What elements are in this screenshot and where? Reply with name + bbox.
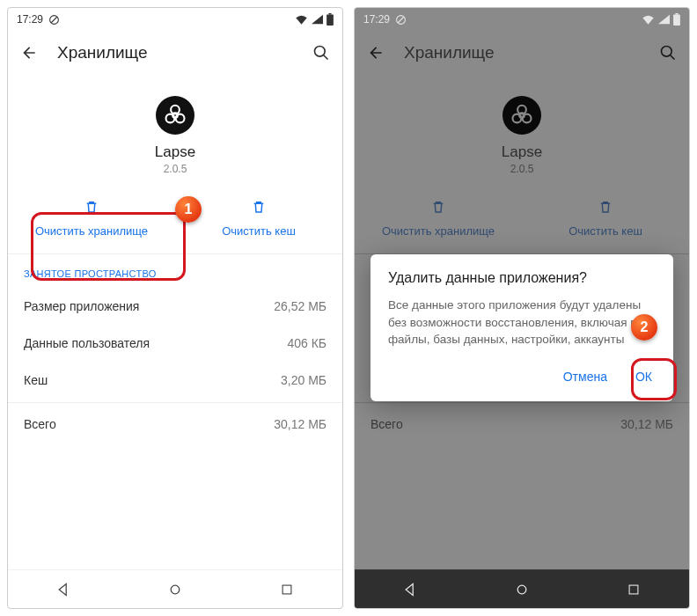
- trash-icon: [251, 198, 267, 216]
- signal-icon: [312, 14, 323, 25]
- back-icon[interactable]: [367, 44, 385, 62]
- confirm-dialog: Удалить данные приложения? Все данные эт…: [371, 254, 673, 401]
- back-icon[interactable]: [20, 44, 38, 62]
- wifi-icon: [642, 14, 655, 25]
- table-row: Данные пользователя 406 КБ: [8, 325, 342, 362]
- nav-recent-button[interactable]: [269, 583, 304, 596]
- biohazard-icon: [510, 103, 534, 128]
- nav-home-button[interactable]: [504, 583, 539, 597]
- nav-back-button[interactable]: [46, 583, 81, 597]
- search-icon[interactable]: [312, 44, 330, 62]
- no-sim-icon: [395, 14, 407, 26]
- table-row-total: Всего 30,12 МБ: [355, 402, 689, 443]
- nav-bar: [8, 569, 342, 608]
- row-value: 30,12 МБ: [274, 417, 326, 431]
- trash-icon: [598, 198, 613, 216]
- svg-line-13: [398, 17, 404, 23]
- svg-point-20: [513, 114, 522, 123]
- svg-point-22: [517, 585, 526, 594]
- page-title: Хранилище: [404, 43, 640, 62]
- row-label: Кеш: [24, 373, 48, 387]
- svg-rect-23: [629, 585, 638, 594]
- svg-rect-11: [282, 585, 291, 594]
- svg-point-9: [176, 114, 185, 123]
- status-time: 17:29: [363, 13, 390, 26]
- clear-cache-label: Очистить кеш: [222, 224, 296, 238]
- row-label: Всего: [24, 417, 56, 431]
- wifi-icon: [295, 14, 308, 25]
- clear-storage-button[interactable]: Очистить хранилище: [8, 184, 175, 253]
- row-value: 30,12 МБ: [620, 417, 673, 431]
- ok-button[interactable]: ОК: [632, 364, 656, 389]
- svg-line-17: [671, 55, 675, 60]
- app-name: Lapse: [355, 143, 689, 161]
- nav-back-button[interactable]: [393, 583, 428, 597]
- battery-icon: [673, 13, 680, 26]
- trash-icon: [430, 198, 446, 216]
- svg-point-8: [166, 114, 175, 123]
- status-time: 17:29: [17, 13, 43, 26]
- row-value: 26,52 МБ: [274, 299, 326, 313]
- row-label: Всего: [371, 417, 403, 431]
- row-value: 3,20 МБ: [281, 373, 326, 387]
- svg-point-16: [662, 47, 672, 57]
- svg-point-4: [315, 47, 326, 57]
- app-icon: [503, 96, 541, 135]
- app-version: 2.0.5: [355, 163, 689, 175]
- nav-home-button[interactable]: [158, 583, 193, 597]
- biohazard-icon: [163, 103, 187, 128]
- clear-cache-button[interactable]: Очистить кеш: [522, 184, 689, 253]
- status-bar: 17:29: [8, 8, 342, 31]
- phone-right: 17:29 Хранилище Lapse 2.0.5: [354, 7, 690, 609]
- dialog-title: Удалить данные приложения?: [388, 270, 656, 286]
- search-icon[interactable]: [659, 44, 677, 62]
- clear-cache-button[interactable]: Очистить кеш: [175, 184, 342, 253]
- clear-storage-button[interactable]: Очистить хранилище: [355, 184, 522, 253]
- row-label: Размер приложения: [24, 299, 139, 313]
- table-row: Кеш 3,20 МБ: [8, 362, 342, 399]
- dialog-body: Все данные этого приложения будут удален…: [388, 297, 656, 348]
- table-row-total: Всего 30,12 МБ: [8, 402, 342, 443]
- svg-rect-14: [675, 13, 678, 15]
- signal-icon: [658, 14, 670, 25]
- clear-storage-label: Очистить хранилище: [382, 224, 495, 238]
- app-version: 2.0.5: [8, 163, 342, 175]
- app-icon: [156, 96, 194, 135]
- svg-point-21: [523, 114, 532, 123]
- svg-rect-3: [326, 15, 334, 26]
- svg-line-1: [51, 17, 57, 23]
- clear-cache-label: Очистить кеш: [569, 224, 642, 238]
- status-bar: 17:29: [355, 8, 689, 31]
- nav-bar: [355, 569, 689, 608]
- section-label: ЗАНЯТОЕ ПРОСТРАНСТВО: [8, 254, 342, 288]
- row-value: 406 КБ: [287, 336, 326, 350]
- content-area: Lapse 2.0.5 Очистить хранилище Очистить …: [8, 75, 342, 569]
- table-row: Размер приложения 26,52 МБ: [8, 288, 342, 325]
- page-title: Хранилище: [57, 43, 293, 62]
- row-label: Данные пользователя: [24, 336, 150, 350]
- svg-rect-15: [673, 15, 680, 26]
- clear-storage-label: Очистить хранилище: [35, 224, 148, 238]
- trash-icon: [84, 198, 99, 216]
- battery-icon: [326, 13, 334, 26]
- phone-left: 17:29 Хранилище Lapse 2.0.5: [7, 7, 343, 609]
- svg-point-10: [171, 585, 180, 594]
- app-header: Хранилище: [8, 31, 342, 75]
- cancel-button[interactable]: Отмена: [560, 364, 611, 389]
- app-header: Хранилище: [355, 31, 689, 75]
- no-sim-icon: [48, 14, 60, 26]
- app-name: Lapse: [8, 143, 342, 161]
- nav-recent-button[interactable]: [616, 583, 651, 596]
- svg-line-5: [324, 55, 328, 60]
- svg-rect-2: [328, 13, 331, 15]
